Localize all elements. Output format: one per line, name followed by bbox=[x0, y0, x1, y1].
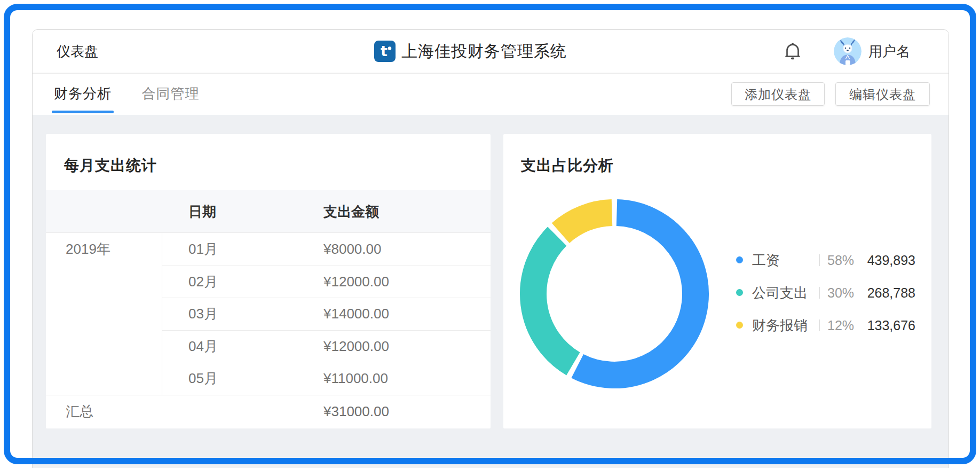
tab-financial-analysis[interactable]: 财务分析 bbox=[54, 74, 112, 113]
legend-label: 财务报销 bbox=[752, 317, 808, 333]
table-cell-amount: ¥12000.00 bbox=[323, 330, 389, 363]
legend-label: 工资 bbox=[752, 252, 780, 268]
table-cell-month: 02月 bbox=[188, 266, 218, 298]
column-header-date: 日期 bbox=[188, 190, 216, 233]
legend-percent: 58% bbox=[827, 252, 854, 268]
logo-letter: t bbox=[381, 43, 388, 59]
username[interactable]: 用户名 bbox=[868, 30, 910, 73]
table-cell-amount: ¥14000.00 bbox=[323, 298, 389, 330]
summary-value: ¥31000.00 bbox=[323, 395, 389, 428]
card-title: 每月支出统计 bbox=[64, 155, 157, 176]
legend-divider bbox=[819, 254, 820, 266]
summary-divider bbox=[46, 395, 491, 395]
table-cell-month: 01月 bbox=[188, 233, 218, 266]
content-area: 每月支出统计 日期 支出金额 2019年 01月 ¥8000.00 02月 ¥1… bbox=[33, 115, 949, 468]
page-title: 仪表盘 bbox=[57, 30, 98, 73]
legend-label: 公司支出 bbox=[752, 285, 808, 301]
legend-item-salary[interactable]: 工资 58% 439,893 bbox=[736, 252, 915, 268]
legend-value: 439,893 bbox=[867, 252, 915, 268]
table-cell-month: 04月 bbox=[188, 330, 218, 363]
monthly-expense-card: 每月支出统计 日期 支出金额 2019年 01月 ¥8000.00 02月 ¥1… bbox=[46, 134, 491, 428]
donut-segment-0[interactable] bbox=[578, 213, 696, 375]
card-title: 支出占比分析 bbox=[521, 155, 614, 176]
donut-segment-1[interactable] bbox=[533, 236, 573, 364]
expense-proportion-card: 支出占比分析 工资 58% 439,893 公司支出 30% 268,788 bbox=[503, 134, 931, 428]
window-header: 仪表盘 t 上海佳投财务管理系统 bbox=[33, 30, 949, 73]
donut-segment-2[interactable] bbox=[560, 213, 612, 233]
logo-dot bbox=[388, 46, 391, 50]
legend-divider bbox=[819, 287, 820, 299]
legend-percent: 30% bbox=[827, 285, 854, 301]
table-header-row: 日期 支出金额 bbox=[46, 190, 491, 233]
tab-label: 合同管理 bbox=[141, 85, 199, 102]
column-header-amount: 支出金额 bbox=[323, 190, 379, 233]
legend-item-reimbursement[interactable]: 财务报销 12% 133,676 bbox=[736, 317, 915, 333]
tab-label: 财务分析 bbox=[54, 85, 112, 102]
active-tab-underline bbox=[52, 111, 114, 113]
app-logo-icon: t bbox=[374, 41, 396, 62]
tab-contract-management[interactable]: 合同管理 bbox=[141, 74, 199, 113]
column-divider bbox=[162, 233, 162, 395]
edit-dashboard-button[interactable]: 编辑仪表盘 bbox=[835, 82, 930, 106]
app-brand: t 上海佳投财务管理系统 bbox=[374, 30, 567, 73]
table-cell-month: 05月 bbox=[188, 362, 218, 395]
donut-chart bbox=[513, 192, 716, 395]
table-cell-amount: ¥11000.00 bbox=[323, 362, 388, 395]
notifications-bell-icon[interactable] bbox=[784, 42, 801, 61]
add-dashboard-button[interactable]: 添加仪表盘 bbox=[731, 82, 825, 106]
legend-dot bbox=[736, 289, 743, 296]
deer-avatar-icon bbox=[834, 37, 862, 65]
table-cell-amount: ¥12000.00 bbox=[323, 266, 389, 298]
legend-dot bbox=[736, 256, 743, 263]
legend-percent: 12% bbox=[827, 317, 854, 333]
table-cell-amount: ¥8000.00 bbox=[323, 233, 381, 266]
app-title: 上海佳投财务管理系统 bbox=[401, 41, 567, 63]
legend-divider bbox=[819, 319, 820, 331]
legend-value: 268,788 bbox=[867, 285, 915, 301]
year-cell: 2019年 bbox=[66, 233, 110, 266]
table-cell-month: 03月 bbox=[188, 298, 218, 330]
legend-value: 133,676 bbox=[867, 317, 915, 333]
app-window: 仪表盘 t 上海佳投财务管理系统 bbox=[32, 29, 949, 468]
page: 仪表盘 t 上海佳投财务管理系统 bbox=[0, 0, 980, 468]
avatar[interactable] bbox=[834, 37, 862, 65]
summary-label: 汇总 bbox=[66, 395, 93, 428]
legend-item-company-expense[interactable]: 公司支出 30% 268,788 bbox=[736, 285, 915, 301]
legend-dot bbox=[736, 322, 743, 329]
